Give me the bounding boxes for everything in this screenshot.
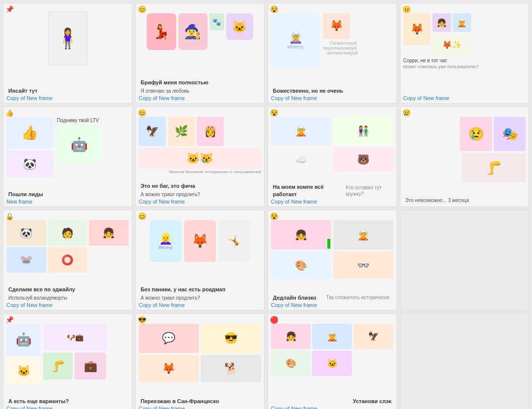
card-14-footer: Переезжаю в Сан-Франциско Copy of New fr… [136,396,265,409]
card-4-frame: Copy of New frame [403,95,526,101]
card-6[interactable]: 😊 🦅 🌿 👸 🐱😿 Меня не беспокоит отстранение… [135,106,265,207]
sticker-s5: 🐱 [312,351,352,376]
card-15-footer: Установи слэк Copy of New frame [268,396,397,409]
sticker-leg: 🦵 [462,153,526,182]
badge-7: 😵 [270,109,278,117]
card-15-frame: Copy of New frame [271,406,394,409]
sticker-leg2: 🦵 [43,353,73,380]
sticker-dog2: 🐕 [201,355,261,382]
card-10[interactable]: 😊 👱‍♀️Blissing 🦊 🤸 Без паники, у нас ест… [135,210,265,310]
card-6-footer: Это не баг, это фича А можно триал продл… [136,180,265,206]
sticker-fox: 🦊 [323,13,350,39]
sticker-s2: 🧝 [312,324,352,349]
card-8[interactable]: 😢 😢 🎭 🦵 Это невозможно... 3 месяца [400,106,530,207]
sticker-man: 🧑 [48,220,87,246]
card-10-subtitle: А можно триал продлить? [139,294,262,302]
sticker-fox-card10: 🦊 [184,220,216,262]
sticker-bear: 🐻 [333,147,394,172]
card-7-frame: Copy of New frame [271,199,394,204]
sticker-groot: 🌿 [168,117,195,146]
sticker-s3: 🦅 [353,324,393,349]
card-2-frame: Copy of New frame [139,95,262,101]
card-8-footer: Это невозможно... 3 месяца [400,195,529,206]
sticker-text-side: Сегментируй,персонализируй,автоматизируй [323,41,358,55]
card-5-footer: Пошли лиды New frame [3,189,132,206]
sticker-robot: 🤖 [56,126,103,163]
card-6-small-text: Меня не беспокоит отстранение от пользов… [139,170,262,174]
card-4[interactable]: 😐 🦊 👧 🧝 🦊✨ Сорри, не в тот чат Может отв… [400,3,530,103]
card-9-subtitle: Используй воландеморты [6,294,129,302]
badge-3: 😵 [270,5,278,13]
badge-6: 😊 [138,109,146,117]
badge-13: 📌 [5,316,14,324]
card-14-frame: Copy of New frame [139,406,262,409]
sticker-speech: 💬 [139,324,199,353]
sticker-figure: 🧍‍♀️ [48,11,87,65]
card-13-title: А есть еще варианты? [6,397,129,406]
sticker-anime-girl: 🧝‍♀️whimsу [271,13,320,67]
card-10-frame: Copy of New frame [139,302,262,308]
sticker-sad-girl: 😢 [460,117,492,151]
card-2[interactable]: 😊 💃 🧙‍♀️ 🐾 🐱 Брифуй меня полностью Я отв… [135,3,265,103]
card-1-title: Инсайт тут [6,86,129,95]
sticker-heart-girl: 💃 [147,13,176,50]
card-4-footer: Copy of New frame [400,94,529,103]
card-9-frame: Copy of New frame [6,302,129,308]
card-9-title: Сделаем все по эджайлу [6,285,129,294]
card-5[interactable]: 👍 👍 🐼 Подниму твой LTV 🤖 Пошли лиды New … [3,106,133,207]
sticker-girl2: 👧 [89,220,129,246]
card-11-text-row: Дедлайн близко Так сложилось исторически [271,293,394,302]
card-15[interactable]: 🔴 👧 🧝 🦅 🎨 🐱 Установи слэк Copy of New fr… [267,313,397,409]
card-7-text-row: На моем компе всё работает Кто оставил т… [271,182,394,199]
card-10-title: Без паники, у нас есть роадмап [139,285,262,294]
sticker-mouse: 🐭 [6,247,46,273]
sticker-circle: ⭕ [48,247,87,273]
badge-15: 🔴 [270,316,278,324]
card-2-title: Брифуй меня полностью [139,78,262,87]
card-3-footer: Божественно, но не очень Copy of New fra… [268,85,397,103]
badge-11: 😵 [270,212,278,220]
card-7[interactable]: 😵 🧝 👫 ☁️ 🐻 На моем компе всё работает Кт… [267,106,397,207]
card-2-subtitle: Я отвечаю за любовь [139,87,262,95]
card-6-frame: Copy of New frame [139,199,262,204]
card-4-text1: Сорри, не в тот чат [403,58,526,63]
card-6-subtitle: А можно триал продлить? [139,190,262,199]
badge-8: 😢 [402,109,411,117]
card-4-text2: Может ответишь уже пользователю? [403,64,526,69]
card-13[interactable]: 📌 🤖 🐱 🐶💼 🦵 💼 А есть еще варианты? Copy o… [3,313,133,409]
sticker-p3: 🦊✨ [432,34,472,56]
sticker-p1: 👧 [432,13,451,32]
sticker-sad-cat: 🐱😿 [139,148,262,169]
card-15-text-row: Установи слэк [271,397,394,406]
card-3[interactable]: 😵 🧝‍♀️whimsу 🦊 Сегментируй,персонализиру… [267,3,397,103]
card-11-subtitle: Так сложилось исторически [324,293,391,302]
badge-4: 😐 [402,5,411,13]
card-6-title: Это не баг, это фича [139,181,262,190]
card-15-title: Установи слэк [351,397,393,406]
card-5-text1: Подниму твой LTV [56,117,103,124]
sticker-panda2: 🐼 [6,220,46,246]
sticker-small1: 🐾 [210,13,224,30]
card-11-frame: Copy of New frame [271,302,394,308]
sticker-d3: 🎨 [271,252,331,279]
sticker-robot2: 🤖 [6,324,41,356]
card-11[interactable]: 😵 👧 🧝 🎨 👓 Дедлайн близко Так сложилось и… [267,210,397,310]
card-13-frame: Copy of New frame [6,406,129,409]
sticker-extra: 💼 [75,353,106,380]
card-5-frame: New frame [6,199,129,204]
badge-1: 📌 [5,5,14,13]
card-14[interactable]: 😎 💬 😎 🦊 🐕 Переезжаю в Сан-Франциско Copy… [135,313,265,409]
card-7-footer: На моем компе всё работает Кто оставил т… [268,181,397,206]
card-1-frame: Copy of New frame [6,95,129,101]
sticker-fox2: 🦊 [403,13,430,45]
sticker-gymnast: 🤸 [218,220,250,262]
card-1[interactable]: 📌 🧍‍♀️ Инсайт тут Copy of New frame [3,3,133,103]
badge-5: 👍 [5,109,14,117]
sticker-s4: 🎨 [271,351,311,376]
sticker-elf: 🧝 [271,117,331,145]
badge-14: 😎 [138,316,146,324]
card-9[interactable]: 🔒 🐼 🧑 👧 🐭 ⭕ Сделаем все по эджайлу Испол… [3,210,133,310]
card-5-text2: Пошли лиды [6,190,129,199]
card-7-title: На моем компе всё работает [271,182,338,199]
sticker-puppet: 🎭 [494,117,526,151]
